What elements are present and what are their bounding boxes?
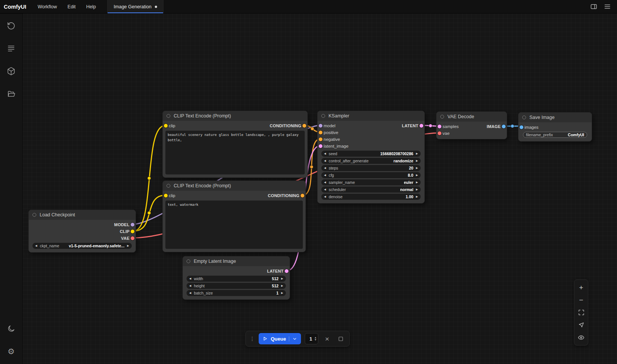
decrement-arrow-icon[interactable]: ◀ xyxy=(189,284,191,287)
node-title-bar[interactable]: KSampler xyxy=(318,111,424,121)
input-port-clip[interactable] xyxy=(164,194,168,197)
increment-arrow-icon[interactable]: ▶ xyxy=(416,174,418,177)
output-port-vae[interactable] xyxy=(131,236,134,240)
widget-denoise[interactable]: ◀ denoise 1.00 ▶ xyxy=(321,194,421,200)
node-title-bar[interactable]: Save Image xyxy=(518,113,592,122)
increment-arrow-icon[interactable]: ▶ xyxy=(281,277,283,280)
output-port-conditioning[interactable] xyxy=(301,194,304,197)
output-port-clip[interactable] xyxy=(131,230,134,233)
input-port-model[interactable] xyxy=(319,124,322,128)
collapse-dot-icon[interactable] xyxy=(187,259,190,263)
input-port-clip[interactable] xyxy=(164,124,168,128)
input-port-positive[interactable] xyxy=(319,131,322,134)
tab-image-generation[interactable]: Image Generation xyxy=(108,0,164,13)
workflows-icon[interactable] xyxy=(3,85,20,102)
node-library-icon[interactable] xyxy=(3,40,20,57)
decrement-arrow-icon[interactable]: ◀ xyxy=(324,195,326,198)
node-vae-decode[interactable]: VAE Decode samples IMAGE vae xyxy=(436,111,507,139)
toggle-panel-icon[interactable] xyxy=(588,2,599,12)
widget-scheduler[interactable]: ◀ scheduler normal ▶ xyxy=(321,187,421,193)
node-title-bar[interactable]: CLIP Text Encode (Prompt) xyxy=(163,181,305,191)
decrement-arrow-icon[interactable]: ◀ xyxy=(324,188,326,191)
output-port-latent[interactable] xyxy=(420,124,423,128)
increment-arrow-icon[interactable]: ▶ xyxy=(281,284,283,287)
decrement-arrow-icon[interactable]: ◀ xyxy=(324,167,326,170)
node-ksampler[interactable]: KSampler model LATENT positive negative xyxy=(317,111,425,204)
stop-icon[interactable] xyxy=(336,334,346,344)
widget-cfg[interactable]: ◀ cfg 8.0 ▶ xyxy=(321,172,421,178)
queue-button[interactable]: Queue xyxy=(259,333,301,344)
toggle-visibility-eye-icon[interactable] xyxy=(575,331,587,344)
output-port-latent[interactable] xyxy=(285,269,288,273)
collapse-dot-icon[interactable] xyxy=(167,114,170,118)
widget-batch-size[interactable]: ◀ batch_size 1 ▶ xyxy=(187,290,286,296)
prompt-textarea[interactable]: text, watermark xyxy=(165,201,303,249)
increment-arrow-icon[interactable]: ▶ xyxy=(416,159,418,162)
widget-width[interactable]: ◀ width 512 ▶ xyxy=(187,276,286,282)
collapse-dot-icon[interactable] xyxy=(321,114,325,118)
batch-count-steppers[interactable]: ▴▾ xyxy=(315,336,316,341)
queue-options-chevron-icon[interactable] xyxy=(289,336,297,341)
prompt-textarea[interactable]: beautiful scenery nature glass bottle la… xyxy=(165,131,305,174)
output-port-model[interactable] xyxy=(131,223,134,227)
widget-ckpt-name[interactable]: ◀ ckpt_name v1-5-pruned-emaonly.safete..… xyxy=(32,243,132,249)
menu-help[interactable]: Help xyxy=(81,0,101,13)
widget-seed[interactable]: ◀ seed 156680208700286 ▶ xyxy=(321,151,421,157)
history-icon[interactable] xyxy=(3,17,20,34)
menu-workflow[interactable]: Workflow xyxy=(32,0,62,13)
input-port-negative[interactable] xyxy=(319,137,322,141)
widget-height[interactable]: ◀ height 512 ▶ xyxy=(187,283,286,289)
clear-queue-icon[interactable]: × xyxy=(322,334,332,344)
select-cursor-icon[interactable] xyxy=(575,319,587,331)
increment-arrow-icon[interactable]: ▶ xyxy=(281,292,283,295)
widget-control-after-generate[interactable]: ◀ control_after_generate randomize ▶ xyxy=(321,158,421,164)
model-library-icon[interactable] xyxy=(3,63,20,79)
batch-count-input[interactable]: 1 ▴▾ xyxy=(305,333,318,344)
decrement-arrow-icon[interactable]: ◀ xyxy=(189,277,191,280)
node-load-checkpoint[interactable]: Load Checkpoint MODEL CLIP VAE ◀ ckpt_na xyxy=(28,210,136,253)
input-port-vae[interactable] xyxy=(438,131,441,135)
increment-arrow-icon[interactable]: ▶ xyxy=(416,195,418,198)
zoom-out-icon[interactable]: − xyxy=(575,294,587,306)
node-title-bar[interactable]: CLIP Text Encode (Prompt) xyxy=(163,111,307,121)
decrement-arrow-icon[interactable]: ◀ xyxy=(324,174,326,177)
collapse-dot-icon[interactable] xyxy=(32,213,36,217)
increment-arrow-icon[interactable]: ▶ xyxy=(416,188,418,191)
node-title-bar[interactable]: Empty Latent Image xyxy=(183,256,290,266)
widget-steps[interactable]: ◀ steps 20 ▶ xyxy=(321,165,421,171)
step-down-icon[interactable]: ▾ xyxy=(315,339,316,341)
output-port-conditioning[interactable] xyxy=(302,124,306,128)
increment-arrow-icon[interactable]: ▶ xyxy=(416,181,418,184)
input-port-images[interactable] xyxy=(520,125,523,129)
graph-canvas[interactable]: Load Checkpoint MODEL CLIP VAE ◀ ckpt_na xyxy=(23,14,617,364)
node-clip-text-encode-negative[interactable]: CLIP Text Encode (Prompt) clip CONDITION… xyxy=(162,180,306,252)
widget-filename-prefix[interactable]: filename_prefix ComfyUI xyxy=(523,132,587,138)
node-save-image[interactable]: Save Image images filename_prefix ComfyU… xyxy=(518,112,592,142)
hamburger-menu-icon[interactable] xyxy=(602,2,612,12)
theme-toggle-icon[interactable] xyxy=(3,320,20,337)
decrement-arrow-icon[interactable]: ◀ xyxy=(324,152,326,155)
increment-arrow-icon[interactable]: ▶ xyxy=(416,152,418,155)
node-title-bar[interactable]: Load Checkpoint xyxy=(29,210,136,220)
widget-sampler-name[interactable]: ◀ sampler_name euler ▶ xyxy=(321,179,421,185)
node-clip-text-encode-positive[interactable]: CLIP Text Encode (Prompt) clip CONDITION… xyxy=(162,111,308,178)
decrement-arrow-icon[interactable]: ◀ xyxy=(324,181,326,184)
increment-arrow-icon[interactable]: ▶ xyxy=(127,244,129,247)
zoom-in-icon[interactable]: + xyxy=(575,281,587,294)
collapse-dot-icon[interactable] xyxy=(167,184,170,188)
collapse-dot-icon[interactable] xyxy=(522,116,526,119)
settings-gear-icon[interactable]: ⚙ xyxy=(3,343,20,359)
input-port-latent-image[interactable] xyxy=(319,144,322,148)
increment-arrow-icon[interactable]: ▶ xyxy=(416,167,418,170)
decrement-arrow-icon[interactable]: ◀ xyxy=(324,159,326,162)
node-title-bar[interactable]: VAE Decode xyxy=(437,112,507,122)
app-logo[interactable]: ComfyUI xyxy=(0,0,32,13)
drag-handle-icon[interactable]: ⋮ xyxy=(250,336,255,341)
menu-edit[interactable]: Edit xyxy=(62,0,81,13)
decrement-arrow-icon[interactable]: ◀ xyxy=(35,244,37,247)
node-empty-latent-image[interactable]: Empty Latent Image LATENT ◀ width 512 ▶ … xyxy=(182,256,290,300)
fit-view-icon[interactable] xyxy=(575,306,587,319)
collapse-dot-icon[interactable] xyxy=(440,115,444,119)
input-port-samples[interactable] xyxy=(438,125,441,128)
decrement-arrow-icon[interactable]: ◀ xyxy=(189,292,191,295)
